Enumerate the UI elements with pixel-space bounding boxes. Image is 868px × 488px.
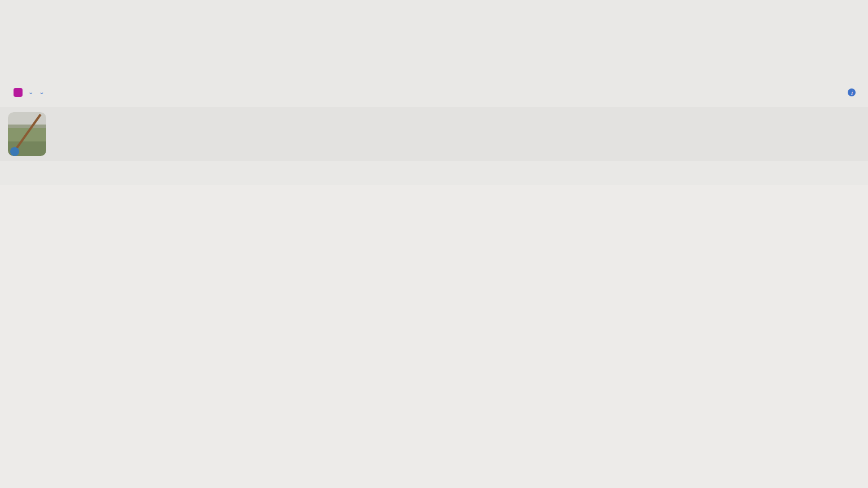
tabs-row bbox=[0, 167, 868, 185]
product-info-band bbox=[0, 107, 868, 161]
top-spacer bbox=[0, 0, 868, 86]
info-icon: i bbox=[848, 88, 856, 96]
revenue-summary bbox=[12, 195, 20, 205]
period-dropdown[interactable]: ⌄ bbox=[27, 88, 33, 97]
fbs-dropdown[interactable]: ⌄ bbox=[38, 88, 44, 97]
revenue-chart bbox=[0, 216, 868, 405]
title-row: ⌄ ⌄ i bbox=[0, 86, 868, 99]
wildberries-badge-icon bbox=[14, 88, 23, 97]
chevron-down-icon: ⌄ bbox=[28, 88, 33, 96]
chevron-down-icon: ⌄ bbox=[39, 88, 44, 96]
chart-panel bbox=[0, 185, 868, 488]
page: ⌄ ⌄ i bbox=[0, 0, 868, 488]
product-thumbnail bbox=[8, 112, 46, 156]
